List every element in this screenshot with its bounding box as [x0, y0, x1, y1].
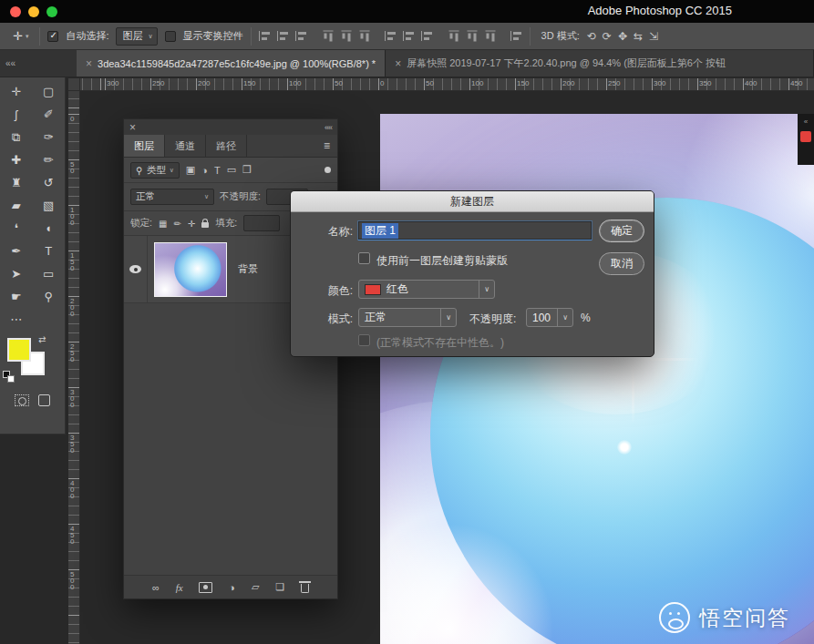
- blend-mode-dropdown[interactable]: 正常 ∨: [130, 189, 214, 205]
- document-tab-2[interactable]: × 屏幕快照 2019-07-17 下午2.20.40.png @ 94.4% …: [386, 50, 814, 77]
- tool-move[interactable]: ✛: [0, 80, 33, 103]
- panel-tab-图层[interactable]: 图层: [124, 135, 165, 157]
- ruler-label: 250: [608, 79, 620, 87]
- layer-effects-icon[interactable]: fx: [176, 582, 183, 593]
- close-panel-icon[interactable]: ×: [129, 121, 136, 134]
- 3d-slide-icon[interactable]: ⇆: [634, 30, 643, 43]
- 3d-rotate-icon[interactable]: ⟲: [587, 30, 596, 43]
- panel-menu-icon[interactable]: ≡: [324, 139, 337, 152]
- filter-pixel-layers-icon[interactable]: ▣: [186, 164, 195, 176]
- tool-brush[interactable]: ✏: [33, 148, 66, 171]
- lock-transparent-pixels-icon[interactable]: ▦: [159, 219, 167, 229]
- align-top-edges[interactable]: [259, 31, 271, 42]
- align-horizontal-centers[interactable]: [340, 30, 351, 42]
- auto-select-target-dropdown[interactable]: 图层 ∨: [116, 27, 157, 46]
- tool-history-brush[interactable]: ↺: [33, 171, 66, 194]
- delete-layer-icon[interactable]: [301, 584, 309, 593]
- close-tab-icon[interactable]: ×: [395, 57, 401, 70]
- collapsed-panel-icon[interactable]: [800, 131, 811, 142]
- 3d-drag-icon[interactable]: ✥: [618, 30, 627, 43]
- minimize-window-button[interactable]: [28, 6, 39, 17]
- lock-all-icon[interactable]: [201, 222, 209, 228]
- filter-toggle-icon[interactable]: [325, 167, 331, 173]
- distribute-top-edges[interactable]: [385, 31, 397, 42]
- new-group-icon[interactable]: ▱: [252, 581, 259, 593]
- auto-select-checkbox[interactable]: [47, 31, 58, 42]
- layer-visibility-cell[interactable]: [124, 236, 148, 302]
- cancel-button[interactable]: 取消: [599, 252, 644, 275]
- color-dropdown[interactable]: 红色 ∨: [358, 280, 495, 299]
- filter-smart-objects-icon[interactable]: ❒: [242, 164, 252, 176]
- tool-hand[interactable]: ☛: [0, 285, 33, 308]
- zoom-window-button[interactable]: [46, 6, 57, 17]
- document-tab-1[interactable]: × 3dea34c1159845d2a47287e5c16fc49e.jpg @…: [77, 50, 386, 77]
- fill-value-box[interactable]: [243, 215, 280, 231]
- filter-type-layers-icon[interactable]: T: [214, 165, 221, 176]
- tool-clone-stamp[interactable]: ♜: [0, 171, 33, 194]
- eye-icon[interactable]: [129, 265, 141, 273]
- tool-lasso[interactable]: ʃ: [0, 103, 33, 126]
- ruler-origin-corner[interactable]: [68, 78, 80, 91]
- default-colors-icon[interactable]: [3, 371, 15, 383]
- show-transform-label: 显示变换控件: [183, 29, 243, 43]
- tool-type[interactable]: T: [33, 240, 66, 262]
- opacity-dropdown[interactable]: 100 ∨: [526, 308, 573, 327]
- distribute-vertical-centers[interactable]: [403, 31, 415, 42]
- align-right-edges[interactable]: [358, 30, 369, 42]
- new-adjustment-layer-icon[interactable]: ◑: [229, 582, 235, 593]
- 3d-scale-icon[interactable]: ⇲: [649, 30, 658, 43]
- expand-panels-icon[interactable]: «: [804, 118, 808, 126]
- screen-mode-icon[interactable]: [38, 394, 50, 406]
- distribute-right-edges[interactable]: [484, 30, 495, 42]
- align-left-edges[interactable]: [322, 30, 333, 42]
- tool-path-selection[interactable]: ➤: [0, 262, 33, 285]
- link-layers-icon[interactable]: ∞: [152, 582, 160, 593]
- tool-spot-healing-brush[interactable]: ✚: [0, 148, 33, 171]
- ok-button[interactable]: 确定: [599, 220, 644, 242]
- tool-gradient[interactable]: ▧: [33, 194, 66, 217]
- clipping-mask-label: 使用前一图层创建剪贴蒙版: [376, 253, 508, 269]
- tool-eyedropper[interactable]: ✑: [33, 126, 66, 148]
- collapse-panel-icon[interactable]: ««: [325, 123, 332, 132]
- tool-more-tools[interactable]: ⋯: [0, 308, 33, 331]
- tool-dodge[interactable]: ◖: [33, 217, 66, 240]
- name-input[interactable]: 图层 1: [358, 221, 592, 240]
- quick-mask-icon[interactable]: [15, 394, 29, 406]
- tool-pen[interactable]: ✒: [0, 240, 33, 262]
- mode-dropdown[interactable]: 正常 ∨: [358, 308, 457, 327]
- swap-colors-icon[interactable]: ⇄: [38, 334, 46, 344]
- panel-tab-路径[interactable]: 路径: [206, 135, 247, 157]
- align-bottom-edges[interactable]: [295, 31, 307, 42]
- distribute-horizontal-centers[interactable]: [466, 30, 477, 42]
- align-vertical-centers[interactable]: [277, 31, 289, 42]
- distribute-bottom-edges[interactable]: [421, 31, 433, 42]
- tool-quick-selection[interactable]: ✐: [33, 103, 66, 126]
- tool-eraser[interactable]: ▰: [0, 194, 33, 217]
- filter-adjustment-layers-icon[interactable]: ◑: [201, 165, 208, 176]
- lock-position-icon[interactable]: ✛: [188, 219, 195, 229]
- distribute-left-edges[interactable]: [448, 30, 459, 42]
- dialog-opacity-label: 不透明度:: [469, 312, 516, 327]
- new-layer-icon[interactable]: ❏: [275, 581, 284, 593]
- filter-shape-layers-icon[interactable]: ▭: [227, 164, 236, 176]
- auto-align-layers[interactable]: [510, 31, 522, 42]
- layer-thumbnail[interactable]: [154, 242, 227, 297]
- tool-blur[interactable]: ❛: [0, 217, 33, 240]
- 3d-roll-icon[interactable]: ⟳: [603, 30, 612, 43]
- active-tool-preset[interactable]: ✛ ▾: [9, 27, 32, 45]
- filter-kind-dropdown[interactable]: ⚲ 类型 ∨: [130, 162, 180, 179]
- tool-rectangle-shape[interactable]: ▭: [33, 262, 66, 285]
- lock-image-pixels-icon[interactable]: ✏: [173, 219, 180, 229]
- close-window-button[interactable]: [10, 6, 21, 17]
- show-transform-checkbox[interactable]: [165, 31, 176, 42]
- tool-zoom[interactable]: ⚲: [33, 285, 66, 308]
- close-tab-icon[interactable]: ×: [86, 57, 92, 70]
- tool-crop[interactable]: ⧉: [0, 126, 33, 148]
- panel-tab-通道[interactable]: 通道: [165, 135, 206, 157]
- menu-bar: Adobe Photoshop CC 2015: [0, 0, 814, 23]
- tool-rectangular-marquee[interactable]: ▢: [33, 80, 66, 103]
- collapse-toolbar-icon[interactable]: ««: [5, 58, 15, 68]
- add-layer-mask-icon[interactable]: [199, 582, 212, 593]
- foreground-color-swatch[interactable]: [7, 338, 31, 362]
- clipping-mask-checkbox[interactable]: [358, 252, 370, 264]
